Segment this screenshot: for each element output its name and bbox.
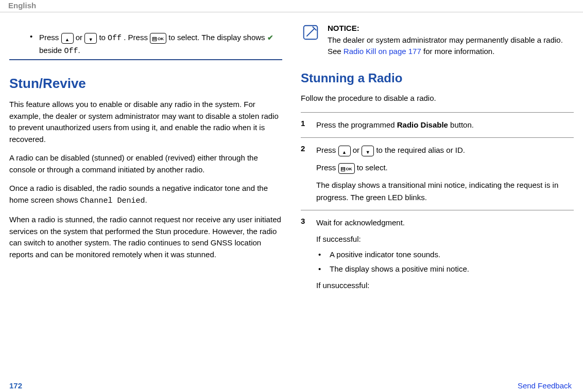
text-off-mono: Off <box>108 34 122 43</box>
sb1-text: A positive indicator tone sounds. <box>330 248 440 261</box>
step-2: 2 Press or to the required alias or ID. … <box>301 139 574 209</box>
s1-bold: Radio Disable <box>397 120 448 129</box>
right-column: NOTICE: The dealer or system administrat… <box>301 17 574 297</box>
step-2-body: Press or to the required alias or ID. Pr… <box>316 144 574 204</box>
bullet-row: • Press or to Off . Press OK to select. … <box>30 17 282 57</box>
s2-line3: The display shows a transitional mini no… <box>316 179 574 204</box>
paragraph-4: When a radio is stunned, the radio canno… <box>9 214 282 260</box>
step-3: 3 Wait for acknowledgment. If successful… <box>301 211 574 297</box>
s2-line2-a: Press <box>316 163 338 172</box>
notice-icon <box>301 23 320 42</box>
text-to: to <box>99 33 108 42</box>
p3-text-b: . <box>145 195 147 204</box>
step-3-number: 3 <box>301 217 309 292</box>
heading-stun-revive: Stun/Revive <box>9 76 282 92</box>
s2-line1-a: Press <box>316 146 338 154</box>
s1-text-b: button. <box>448 120 474 129</box>
down-arrow-key-icon <box>84 33 97 44</box>
s3-wait: Wait for acknowledgment. <box>316 217 574 229</box>
page-number: 172 <box>9 381 22 390</box>
page-content: • Press or to Off . Press OK to select. … <box>0 12 583 297</box>
intro-text: Follow the procedure to disable a radio. <box>301 93 574 104</box>
text-dot: . <box>78 46 80 55</box>
bullet-text: Press or to Off . Press OK to select. Th… <box>39 32 282 57</box>
notice-box: NOTICE: The dealer or system administrat… <box>301 23 574 58</box>
send-feedback-link[interactable]: Send Feedback <box>518 381 572 390</box>
notice-text-b: for more information. <box>421 47 495 56</box>
steps-list: 1 Press the programmed Radio Disable but… <box>301 111 574 297</box>
step-1-number: 1 <box>301 119 309 131</box>
step-1-body: Press the programmed Radio Disable butto… <box>316 119 574 131</box>
s3-unsuccess: If unsuccessful: <box>316 279 574 292</box>
sb2-text: The display shows a positive mini notice… <box>330 263 469 275</box>
s2-line1-b: to the required alias or ID. <box>376 146 465 154</box>
heading-stunning-radio: Stunning a Radio <box>301 71 574 85</box>
paragraph-2: A radio can be disabled (stunned) or ena… <box>9 152 282 175</box>
text-to-select: to select. The display shows <box>168 33 267 42</box>
text-beside: beside <box>39 46 64 55</box>
instruction-bullet-block: • Press or to Off . Press OK to select. … <box>9 17 282 60</box>
text-off-mono-2: Off <box>64 47 78 56</box>
s2-line2-b: to select. <box>357 163 388 172</box>
check-icon <box>267 32 273 43</box>
header-language: English <box>0 0 583 12</box>
step-1: 1 Press the programmed Radio Disable but… <box>301 114 574 136</box>
bullet-marker: • <box>318 248 323 261</box>
menu-ok-key-icon: OK <box>150 33 166 44</box>
p3-mono: Channel Denied <box>80 197 145 205</box>
paragraph-1: This feature allows you to enable or dis… <box>9 99 282 145</box>
bullet-marker: • <box>318 263 323 275</box>
step-divider <box>301 112 574 113</box>
footer: 172 Send Feedback <box>0 381 583 390</box>
step-divider <box>301 137 574 138</box>
up-arrow-key-icon <box>338 146 351 156</box>
notice-link[interactable]: Radio Kill on page 177 <box>344 47 421 56</box>
text-press: Press <box>39 33 61 42</box>
sub-bullet-2: • The display shows a positive mini noti… <box>318 263 574 275</box>
left-column: • Press or to Off . Press OK to select. … <box>9 17 282 297</box>
step-3-body: Wait for acknowledgment. If successful: … <box>316 217 574 292</box>
step-divider <box>301 210 574 210</box>
up-arrow-key-icon <box>61 33 74 44</box>
s1-text-a: Press the programmed <box>316 120 397 129</box>
step-2-number: 2 <box>301 144 309 204</box>
paragraph-3: Once a radio is disabled, the radio soun… <box>9 183 282 207</box>
menu-ok-key-icon: OK <box>338 163 355 174</box>
section-divider <box>9 59 282 60</box>
notice-title: NOTICE: <box>328 23 574 34</box>
sub-bullet-1: • A positive indicator tone sounds. <box>318 248 574 261</box>
s2-line1-or: or <box>353 146 362 154</box>
s3-success: If successful: <box>316 233 574 245</box>
text-or: or <box>76 33 85 42</box>
sub-bullet-list: • A positive indicator tone sounds. • Th… <box>316 248 574 275</box>
notice-body: NOTICE: The dealer or system administrat… <box>328 23 574 58</box>
bullet-marker: • <box>30 32 39 57</box>
text-press2: . Press <box>124 33 150 42</box>
down-arrow-key-icon <box>362 146 374 156</box>
